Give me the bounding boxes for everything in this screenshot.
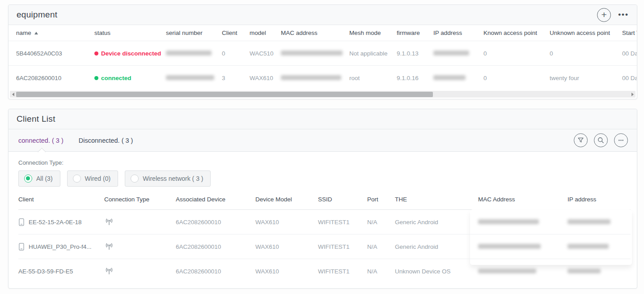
column-header-firmware: firmware [397,30,433,36]
device-os: Generic Android [395,243,478,250]
associated-device: 6AC2082600010 [176,268,255,275]
search-button[interactable] [594,133,608,147]
firmware: 9.1.0.16 [397,75,433,81]
column-header-status: status [94,30,166,36]
column-header-client: Client [18,196,104,203]
device-model: WAX610 [255,219,318,226]
column-header-os: THE [395,196,478,203]
device-model: WAX610 [255,268,318,275]
associated-device: 6AC2082600010 [176,243,255,250]
phone-icon [18,243,25,251]
equipment-more-button[interactable]: ••• [618,13,629,17]
status-dot-icon [94,76,98,80]
equipment-actions: + ••• [597,8,629,22]
filter-wired[interactable]: Wired (0) [67,170,119,187]
client-name-cell: EE-52-15-2A-0E-18 [18,218,104,226]
table-row[interactable]: EE-52-15-2A-0E-18 6AC2082600010 WAX610 W… [18,210,631,234]
client-tabs: connected. ( 3 ) Disconnected. ( 3 ) [8,129,637,152]
firmware: 9.1.0.13 [397,50,433,57]
scroll-right-arrow[interactable] [629,91,636,98]
start-time: 00 Days [622,50,637,57]
device-model: WAX610 [255,243,318,250]
ip-redacted [568,243,630,250]
client-count: 3 [222,75,250,81]
connection-type-cell [104,268,176,275]
active-tab-notch [38,148,46,156]
device-name: 5B440652A0C03 [16,50,94,57]
client-list-panel: Client List connected. ( 3 ) Disconnecte… [8,109,637,289]
client-list-titlebar: Client List [8,109,637,129]
device-model: WAC510 [250,50,281,57]
client-list-body: Connection Type: All (3) Wired (0) Wirel… [8,159,637,284]
ssid: WIFITEST1 [318,243,367,250]
scrollbar-thumb[interactable] [16,92,433,97]
wireless-antenna-icon [104,268,114,275]
plus-icon: + [602,9,607,20]
filter-wireless[interactable]: Wireless network ( 3 ) [125,170,211,187]
scrollbar-track[interactable] [16,91,629,98]
mesh-mode: Not applicable [349,50,397,57]
radio-unselected-icon [131,175,139,183]
ip-redacted [433,50,483,57]
device-name: 6AC2082600010 [16,75,94,81]
serial-redacted [166,75,222,81]
client-table-header: Client Connection Type Associated Device… [18,189,631,210]
mac-redacted [281,50,349,57]
equipment-titlebar: equipment + ••• [8,5,637,25]
table-row[interactable]: HUAWEI_P30_Pro-f4... 6AC2082600010 WAX61… [18,234,631,259]
column-header-name[interactable]: name [16,30,94,36]
more-options-button[interactable] [614,133,628,147]
mac-redacted [281,75,349,81]
scroll-left-arrow[interactable] [10,91,16,98]
horizontal-scrollbar[interactable] [10,91,636,98]
mesh-mode: root [349,75,397,81]
column-header-mac: MAC address [281,30,349,36]
device-model: WAX610 [250,75,281,81]
device-os: Generic Android [395,219,478,226]
filter-all[interactable]: All (3) [18,170,60,187]
ellipsis-icon [617,136,625,144]
equipment-title: equipment [17,10,57,20]
column-header-start-time: Start Time [622,30,637,36]
device-os: Unknown Device OS [395,268,478,275]
column-header-port: Port [367,196,395,203]
ssid: WIFITEST1 [318,268,367,275]
equipment-table-header: name status serial number Client model M… [8,25,637,41]
known-access-point: 0 [483,75,550,81]
status-badge: Device disconnected [94,50,166,57]
add-device-button[interactable]: + [597,8,611,22]
column-header-unknown-ap: Unknown access point [550,30,622,36]
table-row[interactable]: 5B440652A0C03 Device disconnected 0 WAC5… [8,41,637,65]
radio-unselected-icon [73,175,81,183]
column-header-connection-type: Connection Type [104,196,176,203]
column-header-mesh: Mesh mode [349,30,397,36]
wireless-antenna-icon [104,243,114,251]
ip-redacted [568,219,630,226]
equipment-panel: equipment + ••• name status serial numbe… [8,4,637,99]
column-header-ssid: SSID [318,196,367,203]
column-header-associated-device: Associated Device [176,196,255,203]
associated-device: 6AC2082600010 [176,219,255,226]
unknown-access-point: 0 [550,50,622,57]
filter-button[interactable] [574,133,588,147]
column-header-known-ap: Known access point [483,30,550,36]
sort-asc-icon [34,32,38,34]
column-header-device-model: Device Model [255,196,318,203]
tab-connected[interactable]: connected. ( 3 ) [18,137,64,144]
connection-type-cell [104,243,176,251]
tab-disconnected[interactable]: Disconnected. ( 3 ) [79,137,133,144]
table-row[interactable]: 6AC2082600010 connected 3 WAX610 root 9.… [8,65,637,90]
table-row[interactable]: AE-55-D3-59-FD-E5 6AC2082600010 WAX610 W… [18,259,631,284]
client-list-title: Client List [17,114,55,124]
client-name-cell: HUAWEI_P30_Pro-f4... [18,243,104,251]
unknown-access-point: twenty four [550,75,622,81]
column-header-model: model [250,30,281,36]
column-header-ip: IP address [568,196,630,203]
ip-redacted [433,75,483,81]
column-header-mac: MAC Address [478,196,568,203]
serial-redacted [166,50,222,57]
column-header-serial: serial number [166,30,222,36]
ssid: WIFITEST1 [318,219,367,226]
connection-type-filters: All (3) Wired (0) Wireless network ( 3 ) [18,170,637,187]
filter-icon [577,136,585,144]
